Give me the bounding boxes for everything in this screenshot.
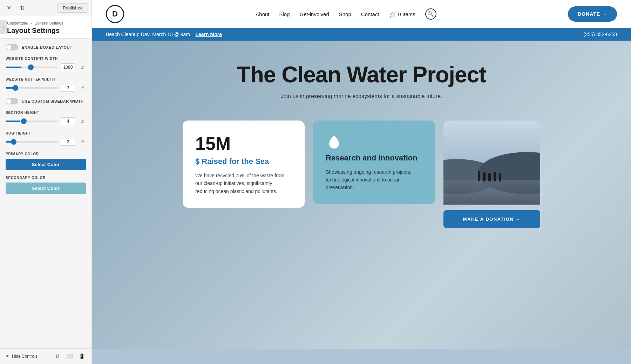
nav-search-button[interactable]: 🔍 (425, 8, 436, 20)
svg-rect-0 (331, 146, 338, 147)
nav-link-blog[interactable]: Blog (279, 11, 290, 17)
section-height-slider-row: 4 ↺ (6, 117, 86, 125)
breadcrumb: Customizing › General Settings (7, 21, 84, 25)
close-icon[interactable]: ✕ (4, 3, 14, 13)
gutter-width-label: WEBSITE GUTTER WIDTH (6, 77, 86, 81)
row-height-label: ROW HEIGHT (6, 131, 86, 135)
back-button[interactable]: ‹ (0, 20, 7, 34)
boxed-layout-toggle-row: ENABLE BOXED LAYOUT (6, 44, 86, 50)
primary-color-section: PRIMARY COLOR Select Color (6, 152, 86, 170)
preview-area: D About Blog Get-involved Shop Contact 🛒… (92, 0, 631, 364)
row-height-reset[interactable]: ↺ (78, 138, 86, 146)
desktop-view-icon[interactable]: 🖥 (54, 352, 62, 360)
site-navigation: D About Blog Get-involved Shop Contact 🛒… (92, 0, 631, 28)
cart-icon: 🛒 (389, 10, 397, 18)
panel-content: ENABLE BOXED LAYOUT WEBSITE CONTENT WIDT… (0, 39, 91, 348)
svg-rect-4 (443, 180, 540, 205)
search-icon: 🔍 (427, 11, 434, 17)
top-bar-left: ✕ ⇅ (4, 3, 27, 13)
content-width-slider[interactable] (6, 67, 58, 68)
page-title: Layout Settings (7, 27, 84, 35)
gutter-width-slider[interactable] (6, 87, 58, 89)
enable-boxed-layout-toggle[interactable] (6, 44, 18, 50)
svg-rect-8 (494, 172, 496, 181)
section-height-slider[interactable] (6, 121, 58, 122)
image-card: MAKE A DONATION → (443, 121, 540, 233)
donate-button[interactable]: DONATE → (568, 6, 617, 22)
nav-cart[interactable]: 🛒 0 Items (389, 10, 415, 18)
view-icons-group: 🖥 ⬜ 📱 (54, 352, 86, 360)
research-card-title: Research and Innovation (326, 153, 422, 163)
row-height-slider-row: 2 ↺ (6, 138, 86, 146)
secondary-color-button[interactable]: Select Color (6, 183, 86, 194)
hero-section: The Clean Water Project Join us in prese… (92, 41, 631, 349)
make-donation-button[interactable]: MAKE A DONATION → (443, 210, 540, 228)
announcement-phone: (255) 352-6258 (583, 32, 617, 37)
nav-links: About Blog Get-involved Shop Contact 🛒 0… (256, 8, 436, 20)
stat-label: $ Raised for the Sea (195, 157, 292, 166)
hero-subtitle: Join us in preserving marine ecosystems … (281, 93, 442, 99)
stat-number: 15M (195, 133, 292, 154)
hide-controls-label: Hide Controls (12, 354, 38, 359)
row-height-slider[interactable] (6, 141, 58, 143)
custom-sidebar-toggle[interactable] (6, 98, 18, 104)
nav-link-contact[interactable]: Contact (361, 11, 379, 17)
nav-link-about[interactable]: About (256, 11, 269, 17)
enable-boxed-layout-label: ENABLE BOXED LAYOUT (22, 45, 72, 49)
water-drop-icon (326, 133, 342, 153)
gutter-width-slider-row: 3 ↺ (6, 84, 86, 92)
cards-row: 15M $ Raised for the Sea We have recycle… (169, 121, 554, 233)
cart-items-label: 0 Items (398, 11, 415, 17)
primary-color-label: PRIMARY COLOR (6, 152, 86, 156)
gutter-width-group: WEBSITE GUTTER WIDTH 3 ↺ (6, 77, 86, 92)
announcement-bar: Beach Cleanup Day: March 13 @ 9am – Lear… (92, 28, 631, 41)
custom-sidebar-label: USE CUSTOM SIDEBAR WIDTH (22, 99, 84, 103)
sort-icon[interactable]: ⇅ (17, 3, 27, 13)
published-button[interactable]: Published (57, 3, 88, 13)
bottom-bar: 👁 Hide Controls 🖥 ⬜ 📱 (0, 348, 91, 364)
row-height-input[interactable]: 2 (61, 138, 75, 146)
image-bg (443, 121, 540, 205)
nav-link-shop[interactable]: Shop (339, 11, 351, 17)
announcement-text: Beach Cleanup Day: March 13 @ 9am – Lear… (106, 32, 222, 37)
mobile-view-icon[interactable]: 📱 (77, 352, 86, 360)
primary-color-button[interactable]: Select Color (6, 159, 86, 170)
content-width-reset[interactable]: ↺ (78, 63, 86, 71)
top-bar: ✕ ⇅ Published (0, 0, 91, 16)
hero-title: The Clean Water Project (237, 62, 486, 88)
secondary-color-section: SECONDARY COLOR Select Color (6, 176, 86, 194)
research-card: Research and Innovation Showcasing ongoi… (313, 121, 435, 204)
secondary-color-label: SECONDARY COLOR (6, 176, 86, 180)
section-height-input[interactable]: 4 (61, 117, 75, 125)
content-width-input[interactable]: 1080 (61, 63, 75, 71)
hide-controls-button[interactable]: 👁 Hide Controls (6, 354, 38, 359)
svg-rect-6 (483, 172, 486, 181)
stat-card: 15M $ Raised for the Sea We have recycle… (183, 121, 305, 208)
sidebar-width-toggle-row: USE CUSTOM SIDEBAR WIDTH (6, 98, 86, 104)
content-width-label: WEBSITE CONTENT WIDTH (6, 57, 86, 61)
research-card-desc: Showcasing ongoing research projects, te… (326, 168, 422, 192)
row-height-group: ROW HEIGHT 2 ↺ (6, 131, 86, 146)
section-height-group: SECTION HEIGHT 4 ↺ (6, 111, 86, 125)
stat-description: We have recycled 75% of the waste from o… (195, 172, 292, 195)
nav-link-get-involved[interactable]: Get-involved (300, 11, 329, 17)
gutter-width-input[interactable]: 3 (61, 84, 75, 92)
svg-rect-9 (499, 173, 501, 181)
section-height-reset[interactable]: ↺ (78, 117, 86, 125)
nav-logo: D (106, 5, 124, 23)
gutter-width-reset[interactable]: ↺ (78, 84, 86, 92)
tablet-view-icon[interactable]: ⬜ (66, 352, 74, 360)
content-width-slider-row: 1080 ↺ (6, 63, 86, 71)
eye-icon: 👁 (6, 354, 10, 359)
section-height-label: SECTION HEIGHT (6, 111, 86, 115)
customizer-panel: ✕ ⇅ Published ‹ Customizing › General Se… (0, 0, 92, 364)
svg-rect-5 (478, 171, 480, 181)
announcement-link[interactable]: Learn More (195, 32, 222, 37)
svg-rect-7 (488, 173, 491, 181)
breadcrumb-section: ‹ Customizing › General Settings Layout … (0, 16, 91, 39)
logo-circle: D (106, 5, 124, 23)
content-width-group: WEBSITE CONTENT WIDTH 1080 ↺ (6, 57, 86, 71)
